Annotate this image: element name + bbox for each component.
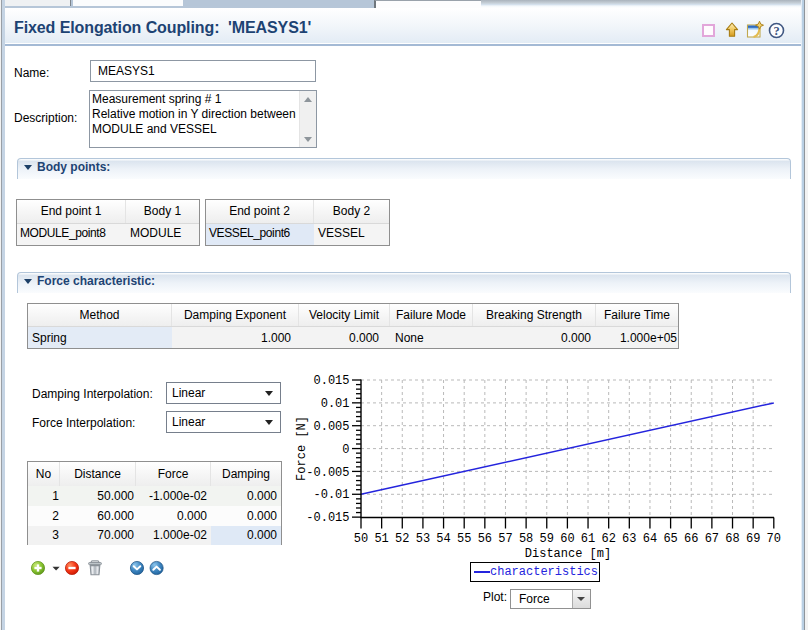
svg-text:Distance [m]: Distance [m] — [525, 547, 611, 560]
svg-text:0.005: 0.005 — [313, 420, 349, 434]
svg-text:54: 54 — [436, 532, 450, 546]
svg-text:62: 62 — [601, 532, 615, 546]
svg-text:-0.01: -0.01 — [313, 488, 349, 502]
svg-text:59: 59 — [540, 532, 554, 546]
svg-text:50: 50 — [354, 532, 368, 546]
svg-text:70: 70 — [767, 532, 781, 546]
svg-text:-0.015: -0.015 — [306, 511, 349, 525]
svg-text:55: 55 — [457, 532, 471, 546]
svg-text:61: 61 — [581, 532, 595, 546]
svg-text:-0.005: -0.005 — [306, 466, 349, 480]
svg-text:0.015: 0.015 — [313, 374, 349, 388]
svg-text:56: 56 — [478, 532, 492, 546]
svg-text:63: 63 — [622, 532, 636, 546]
svg-text:57: 57 — [498, 532, 512, 546]
svg-text:0: 0 — [342, 443, 349, 457]
svg-text:Force [N]: Force [N] — [295, 416, 309, 481]
svg-text:64: 64 — [643, 532, 657, 546]
svg-text:65: 65 — [663, 532, 677, 546]
svg-text:51: 51 — [374, 532, 388, 546]
svg-text:0.01: 0.01 — [321, 397, 350, 411]
svg-text:?: ? — [773, 24, 779, 38]
svg-text:67: 67 — [705, 532, 719, 546]
svg-text:60: 60 — [560, 532, 574, 546]
svg-text:68: 68 — [725, 532, 739, 546]
svg-text:52: 52 — [395, 532, 409, 546]
svg-text:66: 66 — [684, 532, 698, 546]
svg-text:53: 53 — [416, 532, 430, 546]
svg-text:58: 58 — [519, 532, 533, 546]
svg-text:69: 69 — [746, 532, 760, 546]
